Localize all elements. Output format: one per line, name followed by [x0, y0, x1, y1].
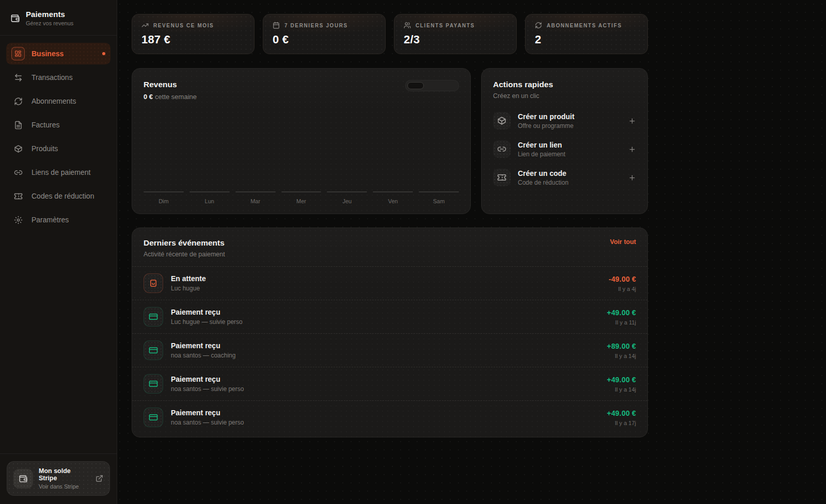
main-content: REVENUS CE MOIS 187 € 7 DERNIERS JOURS 0… — [117, 0, 662, 437]
dashboard-grid-icon — [11, 47, 25, 60]
view-all-link[interactable]: Voir tout — [610, 238, 636, 246]
quick-action-title: Créer un code — [518, 169, 568, 177]
revenue-title: Revenus — [144, 80, 197, 89]
revenue-amount-suffix: cette semaine — [155, 93, 197, 101]
event-title: Paiement reçu — [171, 375, 244, 383]
stat-card-7-derniers-jours: 7 DERNIERS JOURS 0 € — [263, 14, 386, 54]
stat-card-revenus-ce-mois: REVENUS CE MOIS 187 € — [132, 14, 255, 54]
event-subtitle: Luc hugue — suivie perso — [171, 318, 243, 326]
period-tab-mois[interactable] — [424, 82, 440, 89]
stripe-balance-card[interactable]: Mon solde Stripe Voir dans Stripe — [7, 461, 110, 496]
event-title: Paiement reçu — [171, 342, 235, 350]
sidebar-footer: Mon solde Stripe Voir dans Stripe — [0, 453, 117, 504]
event-row-en-attente[interactable]: En attente Luc hugue -49.00 € Il y a 4j — [132, 266, 647, 300]
stats-row: REVENUS CE MOIS 187 € 7 DERNIERS JOURS 0… — [132, 14, 648, 54]
box-icon — [493, 112, 511, 129]
stat-label: 7 DERNIERS JOURS — [284, 23, 348, 28]
event-row-paiement-recu[interactable]: Paiement reçu noa santos — coaching +89.… — [132, 333, 647, 367]
ticket-icon — [493, 169, 511, 186]
refresh-icon — [535, 22, 542, 29]
event-subtitle: noa santos — coaching — [171, 352, 235, 359]
chart-bar: Jeu — [327, 191, 367, 205]
chart-x-tick: Dim — [144, 198, 184, 205]
balance-subtitle: Voir dans Stripe — [39, 483, 90, 490]
event-row-paiement-recu[interactable]: Paiement reçu noa santos — suivie perso … — [132, 367, 647, 400]
sidebar-item-label: Codes de réduction — [31, 192, 94, 200]
revenue-header: Revenus 0 €cette semaine — [144, 80, 459, 101]
quick-action-creer-un-produit[interactable]: Créer un produit Offre ou programme — [493, 112, 636, 129]
chart-bar-fill — [235, 191, 276, 192]
event-amount: +49.00 € — [607, 376, 637, 384]
quick-action-subtitle: Offre ou programme — [518, 122, 575, 129]
chart-bar-fill — [144, 191, 184, 192]
sidebar-item-abonnements[interactable]: Abonnements — [6, 90, 110, 112]
sidebar-item-liens-de-paiement[interactable]: Liens de paiement — [6, 161, 110, 183]
sidebar-item-business[interactable]: Business — [6, 43, 110, 64]
event-time: Il y a 14j — [607, 386, 637, 393]
credit-card-icon — [144, 307, 163, 327]
chart-x-tick: Jeu — [327, 198, 367, 205]
event-amount: +49.00 € — [607, 409, 637, 417]
quick-action-title: Créer un lien — [518, 141, 565, 149]
period-tab-annee[interactable] — [440, 82, 457, 89]
event-title: Paiement reçu — [171, 409, 244, 417]
events-list: En attente Luc hugue -49.00 € Il y a 4j … — [132, 266, 647, 434]
file-text-icon — [11, 118, 25, 132]
wallet-icon — [10, 13, 20, 23]
chart-bar: Mar — [235, 191, 276, 205]
users-icon — [404, 22, 411, 29]
event-subtitle: noa santos — suivie perso — [171, 419, 244, 426]
plus-icon — [628, 145, 636, 153]
sidebar-item-label: Liens de paiement — [31, 168, 90, 176]
credit-card-icon — [144, 408, 163, 427]
event-time: Il y a 4j — [609, 286, 636, 292]
stat-label: CLIENTS PAYANTS — [416, 23, 475, 28]
wallet-icon — [13, 469, 33, 489]
box-icon — [11, 142, 25, 155]
event-subtitle: noa santos — suivie perso — [171, 385, 244, 393]
chart-x-tick: Lun — [189, 198, 230, 205]
sidebar-item-codes-de-reduction[interactable]: Codes de réduction — [6, 185, 110, 207]
arrows-left-right-icon — [11, 71, 25, 84]
sidebar-item-factures[interactable]: Factures — [6, 114, 110, 136]
event-amount: +89.00 € — [607, 342, 637, 350]
quick-action-creer-un-lien[interactable]: Créer un lien Lien de paiement — [493, 140, 636, 158]
chart-x-tick: Mer — [281, 198, 322, 205]
sidebar-item-transactions[interactable]: Transactions — [6, 67, 110, 88]
event-row-paiement-recu[interactable]: Paiement reçu noa santos — suivie perso … — [132, 400, 647, 434]
chart-bar-fill — [189, 191, 230, 192]
chart-bar-fill — [419, 191, 459, 192]
sidebar-item-label: Business — [31, 50, 63, 58]
event-time: Il y a 17j — [607, 420, 637, 426]
stat-value: 0 € — [273, 33, 376, 46]
sidebar-item-parametres[interactable]: Paramètres — [6, 209, 110, 231]
event-title: En attente — [171, 274, 206, 283]
chart-x-tick: Sam — [419, 198, 459, 205]
period-tab-semaine[interactable] — [407, 82, 424, 89]
quick-action-creer-un-code[interactable]: Créer un code Code de réduction — [493, 169, 636, 186]
stat-value: 2/3 — [404, 33, 507, 46]
link-icon — [493, 140, 511, 158]
chart-bar: Ven — [373, 191, 413, 205]
sidebar-item-produits[interactable]: Produits — [6, 138, 110, 159]
period-tabs — [405, 80, 459, 91]
stat-label: REVENUS CE MOIS — [153, 23, 214, 28]
event-time: Il y a 11j — [607, 319, 637, 326]
revenue-chart: Dim Lun Mar Mer Jeu Ven Sam — [144, 191, 459, 205]
events-header: Derniers événements Activité récente de … — [132, 238, 647, 258]
event-row-paiement-recu[interactable]: Paiement reçu Luc hugue — suivie perso +… — [132, 300, 647, 333]
chart-bar-fill — [373, 191, 413, 192]
stat-value: 187 € — [141, 33, 245, 46]
revenue-amount: 0 € — [144, 93, 153, 101]
chart-bar-fill — [281, 191, 322, 192]
quick-actions-subtitle: Créez en un clic — [493, 92, 636, 100]
event-amount: -49.00 € — [609, 275, 636, 283]
quick-action-subtitle: Code de réduction — [518, 179, 568, 186]
stat-card-abonnements-actifs: ABONNEMENTS ACTIFS 2 — [525, 14, 648, 54]
active-dot — [102, 52, 105, 55]
trending-up-icon — [141, 22, 149, 29]
sidebar-spacer — [0, 238, 117, 453]
gear-icon — [11, 213, 25, 226]
events-card: Derniers événements Activité récente de … — [132, 227, 648, 437]
chart-bar: Sam — [419, 191, 459, 205]
